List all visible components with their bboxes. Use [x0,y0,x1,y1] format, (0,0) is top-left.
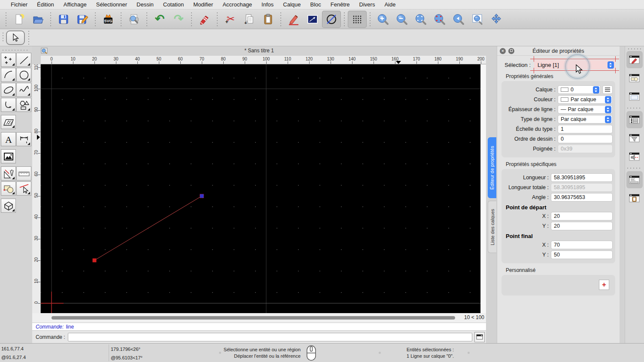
tab-layer-list[interactable]: Liste des calques [488,201,496,253]
end-point-handle[interactable] [200,194,204,198]
select-tool-button[interactable] [6,30,25,45]
layer-dropdown[interactable]: 0 [558,85,601,94]
lineweight-dropdown[interactable]: —Par calque [558,105,613,114]
grid-toggle-button[interactable] [348,11,367,28]
circle-tool-button[interactable] [16,68,31,82]
end-x-input[interactable] [551,241,613,249]
measure-tool-button[interactable] [1,166,16,181]
save-as-button[interactable] [73,11,92,28]
linetype-dropdown[interactable]: Par calque [558,115,613,124]
draw-order-input[interactable] [558,135,613,143]
start-x-input[interactable] [551,212,613,220]
menu-calque[interactable]: Calque [278,1,305,8]
new-file-button[interactable] [9,11,28,28]
zoom-window-button[interactable] [468,11,487,28]
type-scale-input[interactable] [558,125,613,133]
panel-detach-icon[interactable] [508,48,514,54]
zoom-selected-button[interactable] [430,11,449,28]
delete-entities-button[interactable] [195,11,214,28]
angle-mark-button[interactable] [303,11,322,28]
save-button[interactable] [54,11,73,28]
spline-tool-button[interactable] [16,83,31,97]
menu-accrochage[interactable]: Accrochage [218,1,257,8]
line-tool-button[interactable] [16,53,31,67]
ellipse-tool-button[interactable] [1,83,16,97]
modify-line-tool-button[interactable] [16,181,31,196]
add-custom-property-button[interactable]: + [599,280,609,290]
command-window-toggle-button[interactable] [474,332,485,342]
dock-clipboard-widget-button[interactable] [626,190,643,207]
section-widget-icon [629,151,641,162]
dock-separator [627,108,642,109]
shapes-tool-button[interactable] [16,98,31,112]
box-3d-tool-button[interactable] [1,199,16,213]
svg-export-button[interactable]: SVG [99,11,118,28]
draw-pen-button[interactable] [284,11,303,28]
text-tool-button[interactable]: A [1,132,16,146]
angle-input[interactable] [551,193,613,202]
start-y-input[interactable] [551,222,613,230]
menu-fenetre[interactable]: Fenêtre [326,1,355,8]
drawing-canvas[interactable] [41,64,480,313]
undo-button[interactable]: ↶ [150,11,169,28]
menu-divers[interactable]: Divers [355,1,380,8]
cut-button[interactable]: +✂ [221,11,240,28]
dock-layer-filter-widget-button[interactable] [626,130,643,147]
menu-aide[interactable]: Aide [380,1,400,8]
color-dropdown[interactable]: Par calque [558,95,613,104]
menu-cotation[interactable]: Cotation [158,1,188,8]
arc-tool-button[interactable] [1,68,16,82]
open-file-button[interactable] [28,11,47,28]
zoom-auto-button[interactable] [411,11,430,28]
menu-modifier[interactable]: Modifier [188,1,218,8]
dock-layer-list-widget-button[interactable] [626,111,643,128]
selection-dropdown[interactable]: Ligne [1] [534,60,615,69]
dock-blocks-widget-button[interactable] [626,69,643,87]
length-input[interactable] [551,173,613,182]
pan-button[interactable] [487,11,506,28]
vertical-scrollbar[interactable] [480,64,486,313]
polyline-tool-button[interactable] [1,98,16,112]
redo-button[interactable]: ↷ [169,11,188,28]
menu-dessin[interactable]: Dessin [132,1,158,8]
horizontal-ruler-marker [396,61,401,64]
menu-affichage[interactable]: Affichage [59,1,91,8]
ruler-icon [18,168,30,179]
toolbar-separator [344,12,345,26]
menu-selectionner[interactable]: Sélectionner [91,1,132,8]
hatch-tool-button[interactable] [1,115,16,129]
command-input[interactable] [68,333,472,341]
horizontal-scrollbar-thumb[interactable] [52,316,455,320]
image-tool-button[interactable] [1,149,16,163]
dimension-tool-button[interactable] [16,132,31,146]
panel-close-icon[interactable]: ✕ [500,48,506,54]
menu-infos[interactable]: Infos [257,1,278,8]
dock-pen-widget-button[interactable] [626,51,643,68]
dock-section-widget-button[interactable] [626,148,643,165]
tab-property-editor[interactable]: Éditeur de propriétés [488,137,496,198]
line-entity[interactable] [94,196,202,260]
stepper-icon [605,106,611,113]
zoom-previous-button[interactable] [449,11,468,28]
custom-properties-group: + [501,275,615,296]
print-preview-button[interactable] [125,11,143,28]
circle-line-button[interactable] [322,11,341,28]
paste-button[interactable] [258,11,277,28]
zoom-out-button[interactable] [392,11,411,28]
ruler-tool-button[interactable] [16,166,31,181]
copy-button[interactable]: + [240,11,258,28]
end-y-input[interactable] [551,250,613,259]
points-tool-button[interactable] [1,53,16,67]
menu-bloc[interactable]: Bloc [305,1,325,8]
start-point-handle[interactable] [93,259,97,262]
palette-drag-handle [3,49,30,51]
menu-edition[interactable]: Édition [32,1,59,8]
block-tool-button[interactable] [1,181,16,196]
zoom-in-button[interactable] [374,11,392,28]
property-row: Calque :0 [504,85,613,94]
dock-library-widget-button[interactable] [626,88,643,105]
menu-fichier[interactable]: Fichier [6,1,32,8]
v-ruler-tick [38,239,40,239]
dock-command-widget-button[interactable] [626,171,643,188]
layer-menu-button[interactable] [602,85,613,94]
